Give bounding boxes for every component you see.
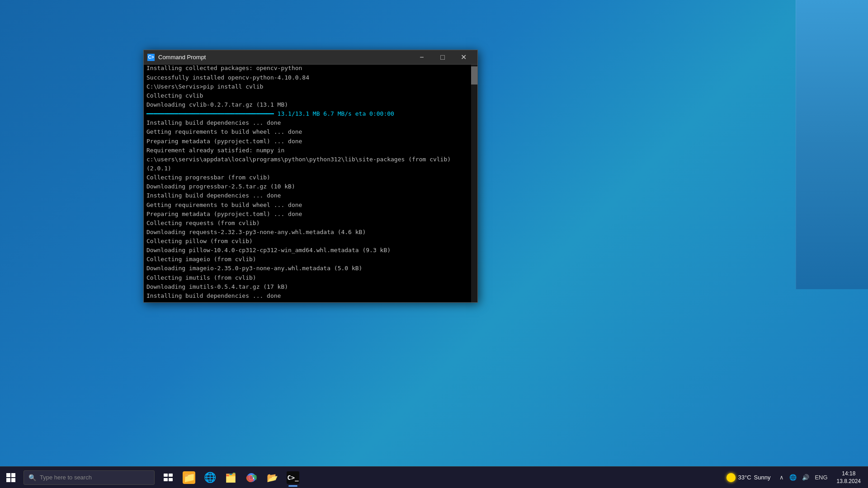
scroll-thumb[interactable] [471,66,477,84]
desktop: C> Command Prompt − □ ✕ Microsoft Window… [0,0,868,488]
weather-condition: Sunny [754,474,771,481]
taskbar-icons: 📁 🌐 🗂️ [158,468,303,488]
system-tray: ∧ 🌐 🔊 ENG [778,473,829,482]
search-icon: 🔍 [28,474,36,481]
svg-rect-3 [169,478,173,481]
taskbar-icon-folder[interactable]: 🗂️ [221,468,241,488]
clock-time: 14:18 [842,470,855,478]
svg-rect-1 [169,474,173,477]
clock-date: 13.8.2024 [837,478,861,485]
taskbar-icon-taskview[interactable] [158,468,178,488]
volume-icon[interactable]: 🔊 [800,473,811,482]
search-bar[interactable]: 🔍 Type here to search [24,470,155,485]
cmd-icon: C> [147,54,155,61]
scroll-track [471,65,477,302]
taskbar-icon-edge[interactable]: 🌐 [200,468,220,488]
taskbar-icon-chrome[interactable] [241,468,261,488]
taskbar-icon-fileexplorer[interactable]: 📁 [179,468,199,488]
clock[interactable]: 14:18 13.8.2024 [833,470,864,485]
network-icon[interactable]: 🌐 [788,473,798,482]
windows-logo [6,473,15,482]
weather-sun-icon [726,473,736,482]
cmd-close-button[interactable]: ✕ [453,50,474,65]
svg-rect-2 [164,478,168,481]
svg-rect-0 [164,474,168,477]
start-button[interactable] [0,467,22,488]
cmd-minimize-button[interactable]: − [411,50,432,65]
weather-temp: 33°C [738,474,751,481]
taskbar-right: 33°C Sunny ∧ 🌐 🔊 ENG 14:18 13.8.2024 [723,470,868,485]
taskbar: 🔍 Type here to search 📁 🌐 🗂️ [0,466,868,488]
search-input[interactable]: Type here to search [40,474,92,481]
cmd-title: Command Prompt [158,54,411,61]
weather-widget[interactable]: 33°C Sunny [723,473,774,482]
cmd-content[interactable]: Microsoft Windows [Version 10.0.19045.46… [144,65,477,302]
cmd-titlebar: C> Command Prompt − □ ✕ [144,50,477,65]
cmd-body: Microsoft Windows [Version 10.0.19045.46… [144,65,477,302]
cmd-window: C> Command Prompt − □ ✕ Microsoft Window… [143,50,478,303]
show-hidden-icon[interactable]: ∧ [778,473,786,482]
taskbar-icon-terminal[interactable]: C>_ [283,468,303,488]
taskbar-icon-files[interactable]: 📂 [262,468,282,488]
language-indicator[interactable]: ENG [813,473,829,482]
cmd-controls: − □ ✕ [411,50,474,65]
cmd-maximize-button[interactable]: □ [432,50,453,65]
right-panel [796,0,868,289]
